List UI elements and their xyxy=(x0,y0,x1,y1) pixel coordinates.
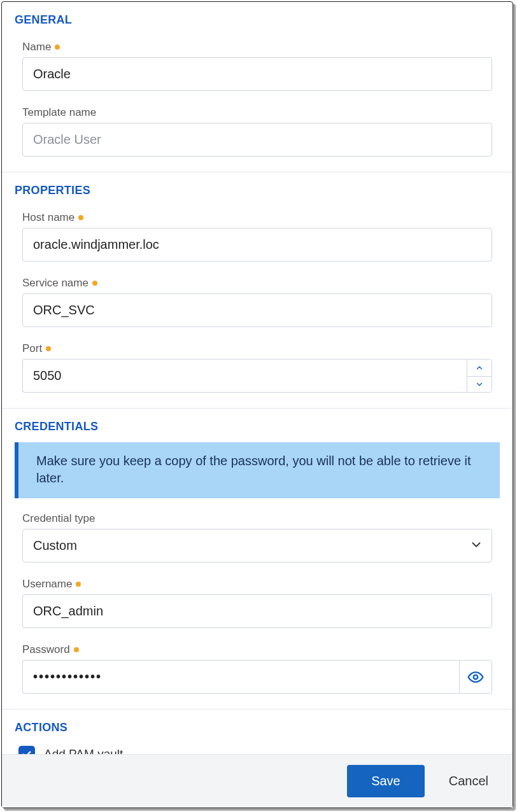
field-service-name: Service name xyxy=(15,272,500,337)
field-username: Username xyxy=(15,573,500,638)
credential-type-label-row: Credential type xyxy=(22,512,492,525)
required-dot-icon xyxy=(74,647,79,652)
section-credentials-title: CREDENTIALS xyxy=(15,420,500,433)
credential-type-label: Credential type xyxy=(22,512,95,525)
name-label-row: Name xyxy=(22,41,492,53)
add-pam-vault-checkbox[interactable] xyxy=(18,746,35,754)
field-password: Password xyxy=(15,638,500,704)
dialog-frame: GENERAL Name Template name PROPERTIES xyxy=(1,1,513,808)
section-general: GENERAL Name Template name xyxy=(2,2,513,172)
name-input[interactable] xyxy=(22,57,492,91)
username-label-row: Username xyxy=(22,578,492,591)
chevron-down-icon xyxy=(475,380,484,389)
host-name-input[interactable] xyxy=(22,228,492,262)
password-input[interactable] xyxy=(22,660,459,694)
service-name-label: Service name xyxy=(22,277,89,290)
port-spinner-buttons xyxy=(467,359,492,393)
service-label-row: Service name xyxy=(22,277,492,290)
template-name-label: Template name xyxy=(22,106,96,119)
required-dot-icon xyxy=(76,582,81,587)
section-properties: PROPERTIES Host name Service name Port xyxy=(2,172,513,408)
section-credentials: CREDENTIALS Make sure you keep a copy of… xyxy=(2,408,513,709)
add-pam-vault-label: Add PAM vault xyxy=(44,747,123,754)
username-input[interactable] xyxy=(22,594,492,628)
eye-icon xyxy=(467,669,484,685)
port-label-row: Port xyxy=(22,342,492,355)
dialog-footer: Save Cancel xyxy=(2,754,513,808)
cancel-button[interactable]: Cancel xyxy=(443,765,495,797)
port-decrement-button[interactable] xyxy=(467,376,492,393)
password-label-row: Password xyxy=(22,643,492,656)
section-actions: ACTIONS Add PAM vault xyxy=(2,709,513,754)
field-credential-type: Credential type xyxy=(15,507,500,573)
field-host-name: Host name xyxy=(15,206,500,272)
port-spinner xyxy=(22,359,492,393)
field-template-name: Template name xyxy=(15,101,500,167)
password-row xyxy=(22,660,492,694)
required-dot-icon xyxy=(92,281,97,286)
host-name-label: Host name xyxy=(22,211,74,224)
field-port: Port xyxy=(15,337,500,403)
port-label: Port xyxy=(22,342,42,355)
port-input[interactable] xyxy=(22,359,467,393)
template-name-input[interactable] xyxy=(22,123,492,157)
password-warning-notice: Make sure you keep a copy of the passwor… xyxy=(15,442,500,498)
save-button[interactable]: Save xyxy=(347,765,425,797)
username-label: Username xyxy=(22,578,72,591)
password-label: Password xyxy=(22,643,70,656)
host-label-row: Host name xyxy=(22,211,492,224)
section-actions-title: ACTIONS xyxy=(15,721,500,734)
credential-type-select[interactable] xyxy=(22,529,492,563)
port-increment-button[interactable] xyxy=(467,360,492,376)
chevron-up-icon xyxy=(475,363,484,372)
reveal-password-button[interactable] xyxy=(459,660,492,694)
template-label-row: Template name xyxy=(22,106,492,119)
service-name-input[interactable] xyxy=(22,293,492,327)
required-dot-icon xyxy=(55,45,60,50)
required-dot-icon xyxy=(46,346,51,351)
check-icon xyxy=(21,748,32,754)
credential-type-select-wrap xyxy=(22,529,492,563)
section-properties-title: PROPERTIES xyxy=(15,184,500,197)
field-name: Name xyxy=(15,36,500,101)
required-dot-icon xyxy=(78,215,83,220)
svg-point-0 xyxy=(474,675,478,679)
section-general-title: GENERAL xyxy=(15,13,500,27)
name-label: Name xyxy=(22,41,51,53)
add-pam-vault-row: Add PAM vault xyxy=(15,743,500,754)
form-scroll-area: GENERAL Name Template name PROPERTIES xyxy=(2,2,513,754)
